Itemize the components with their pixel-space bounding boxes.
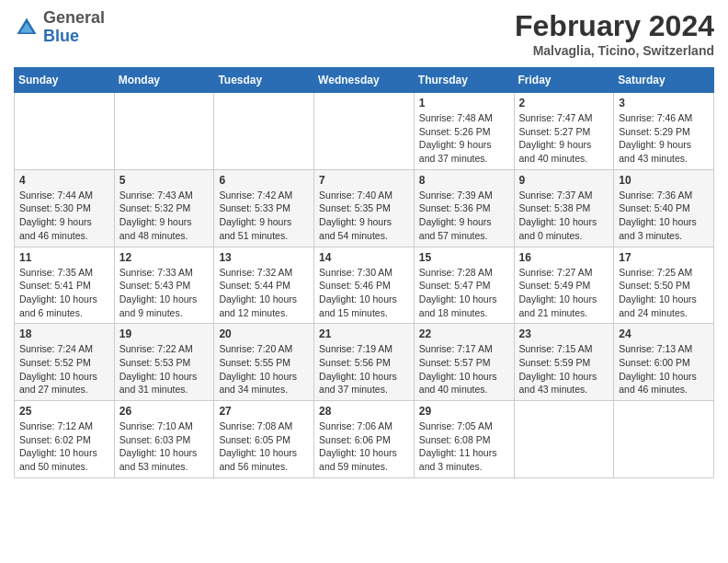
calendar-cell: 25Sunrise: 7:12 AMSunset: 6:02 PMDayligh… [15,401,115,478]
day-number: 28 [319,405,409,418]
day-info: Sunrise: 7:42 AMSunset: 5:33 PMDaylight:… [219,189,309,243]
day-of-week-header: Monday [114,68,214,93]
day-info: Sunrise: 7:48 AMSunset: 5:26 PMDaylight:… [419,111,509,166]
day-info: Sunrise: 7:12 AMSunset: 6:02 PMDaylight:… [19,419,109,474]
day-info: Sunrise: 7:40 AMSunset: 5:35 PMDaylight:… [319,189,409,243]
logo: General Blue [14,9,105,46]
calendar-cell: 27Sunrise: 7:08 AMSunset: 6:05 PMDayligh… [214,401,314,478]
day-number: 16 [519,251,609,264]
calendar-cell: 7Sunrise: 7:40 AMSunset: 5:35 PMDaylight… [314,169,415,247]
day-info: Sunrise: 7:15 AMSunset: 5:59 PMDaylight:… [519,342,609,396]
calendar-cell: 26Sunrise: 7:10 AMSunset: 6:03 PMDayligh… [114,401,214,478]
calendar-cell: 16Sunrise: 7:27 AMSunset: 5:49 PMDayligh… [514,247,614,324]
day-info: Sunrise: 7:27 AMSunset: 5:49 PMDaylight:… [519,266,609,320]
calendar-cell: 20Sunrise: 7:20 AMSunset: 5:55 PMDayligh… [214,324,314,401]
day-number: 17 [619,251,709,264]
calendar-cell: 3Sunrise: 7:46 AMSunset: 5:29 PMDaylight… [614,93,714,170]
day-info: Sunrise: 7:06 AMSunset: 6:06 PMDaylight:… [319,419,409,474]
day-info: Sunrise: 7:35 AMSunset: 5:41 PMDaylight:… [19,266,109,320]
calendar-cell [314,93,415,170]
day-info: Sunrise: 7:39 AMSunset: 5:36 PMDaylight:… [419,189,509,243]
calendar-cell: 12Sunrise: 7:33 AMSunset: 5:43 PMDayligh… [114,247,214,324]
day-number: 11 [19,251,109,264]
day-number: 25 [19,405,109,418]
day-number: 19 [119,327,210,340]
title-area: February 2024 Malvaglia, Ticino, Switzer… [515,9,714,58]
calendar-cell [15,93,115,170]
day-of-week-header: Sunday [15,68,115,93]
day-info: Sunrise: 7:36 AMSunset: 5:40 PMDaylight:… [619,189,709,243]
calendar-week-row: 1Sunrise: 7:48 AMSunset: 5:26 PMDaylight… [15,93,714,170]
day-info: Sunrise: 7:25 AMSunset: 5:50 PMDaylight:… [619,266,709,320]
location-title: Malvaglia, Ticino, Switzerland [515,43,714,58]
day-info: Sunrise: 7:46 AMSunset: 5:29 PMDaylight:… [619,111,709,166]
calendar-week-row: 11Sunrise: 7:35 AMSunset: 5:41 PMDayligh… [15,247,714,324]
day-number: 18 [19,327,109,340]
calendar-cell [214,93,314,170]
day-number: 27 [219,405,309,418]
day-of-week-header: Tuesday [214,68,314,93]
calendar-cell: 10Sunrise: 7:36 AMSunset: 5:40 PMDayligh… [614,169,714,247]
calendar-cell: 2Sunrise: 7:47 AMSunset: 5:27 PMDaylight… [514,93,614,170]
day-number: 21 [319,327,409,340]
day-number: 7 [319,174,409,187]
day-info: Sunrise: 7:10 AMSunset: 6:03 PMDaylight:… [119,419,210,474]
day-number: 20 [219,327,309,340]
day-info: Sunrise: 7:33 AMSunset: 5:43 PMDaylight:… [119,266,210,320]
calendar-cell: 18Sunrise: 7:24 AMSunset: 5:52 PMDayligh… [15,324,115,401]
logo-icon [14,15,40,40]
day-number: 13 [219,251,309,264]
day-of-week-header: Wednesday [314,68,415,93]
calendar-cell: 23Sunrise: 7:15 AMSunset: 5:59 PMDayligh… [514,324,614,401]
day-info: Sunrise: 7:19 AMSunset: 5:56 PMDaylight:… [319,342,409,396]
calendar-cell [114,93,214,170]
calendar-cell: 4Sunrise: 7:44 AMSunset: 5:30 PMDaylight… [15,169,115,247]
day-number: 23 [519,327,609,340]
calendar-cell: 5Sunrise: 7:43 AMSunset: 5:32 PMDaylight… [114,169,214,247]
day-info: Sunrise: 7:17 AMSunset: 5:57 PMDaylight:… [419,342,509,396]
calendar-cell: 29Sunrise: 7:05 AMSunset: 6:08 PMDayligh… [414,401,514,478]
day-info: Sunrise: 7:13 AMSunset: 6:00 PMDaylight:… [619,342,709,396]
calendar-cell [514,401,614,478]
day-number: 2 [519,97,609,109]
day-number: 26 [119,405,210,418]
calendar-week-row: 25Sunrise: 7:12 AMSunset: 6:02 PMDayligh… [15,401,714,478]
day-number: 6 [219,174,309,187]
day-number: 29 [419,405,509,418]
day-info: Sunrise: 7:28 AMSunset: 5:47 PMDaylight:… [419,266,509,320]
day-number: 9 [519,174,609,187]
calendar-cell: 6Sunrise: 7:42 AMSunset: 5:33 PMDaylight… [214,169,314,247]
calendar-cell: 8Sunrise: 7:39 AMSunset: 5:36 PMDaylight… [414,169,514,247]
day-number: 14 [319,251,409,264]
day-info: Sunrise: 7:20 AMSunset: 5:55 PMDaylight:… [219,342,309,396]
day-info: Sunrise: 7:05 AMSunset: 6:08 PMDaylight:… [419,419,509,474]
day-number: 5 [119,174,210,187]
day-info: Sunrise: 7:24 AMSunset: 5:52 PMDaylight:… [19,342,109,396]
calendar-table: SundayMondayTuesdayWednesdayThursdayFrid… [14,67,714,478]
day-number: 1 [419,97,509,109]
day-number: 22 [419,327,509,340]
day-info: Sunrise: 7:47 AMSunset: 5:27 PMDaylight:… [519,111,609,166]
day-info: Sunrise: 7:08 AMSunset: 6:05 PMDaylight:… [219,419,309,474]
day-info: Sunrise: 7:37 AMSunset: 5:38 PMDaylight:… [519,189,609,243]
logo-text: General Blue [43,9,105,46]
calendar-cell: 11Sunrise: 7:35 AMSunset: 5:41 PMDayligh… [15,247,115,324]
day-info: Sunrise: 7:32 AMSunset: 5:44 PMDaylight:… [219,266,309,320]
calendar-cell: 24Sunrise: 7:13 AMSunset: 6:00 PMDayligh… [614,324,714,401]
day-info: Sunrise: 7:30 AMSunset: 5:46 PMDaylight:… [319,266,409,320]
calendar-body: 1Sunrise: 7:48 AMSunset: 5:26 PMDaylight… [15,93,714,478]
calendar-header-row: SundayMondayTuesdayWednesdayThursdayFrid… [15,68,714,93]
calendar-cell: 17Sunrise: 7:25 AMSunset: 5:50 PMDayligh… [614,247,714,324]
day-number: 12 [119,251,210,264]
day-of-week-header: Saturday [614,68,714,93]
calendar-cell: 14Sunrise: 7:30 AMSunset: 5:46 PMDayligh… [314,247,415,324]
day-of-week-header: Friday [514,68,614,93]
calendar-cell: 15Sunrise: 7:28 AMSunset: 5:47 PMDayligh… [414,247,514,324]
calendar-cell: 22Sunrise: 7:17 AMSunset: 5:57 PMDayligh… [414,324,514,401]
calendar-cell [614,401,714,478]
calendar-cell: 19Sunrise: 7:22 AMSunset: 5:53 PMDayligh… [114,324,214,401]
calendar-cell: 28Sunrise: 7:06 AMSunset: 6:06 PMDayligh… [314,401,415,478]
day-info: Sunrise: 7:22 AMSunset: 5:53 PMDaylight:… [119,342,210,396]
calendar-cell: 13Sunrise: 7:32 AMSunset: 5:44 PMDayligh… [214,247,314,324]
calendar-cell: 1Sunrise: 7:48 AMSunset: 5:26 PMDaylight… [414,93,514,170]
